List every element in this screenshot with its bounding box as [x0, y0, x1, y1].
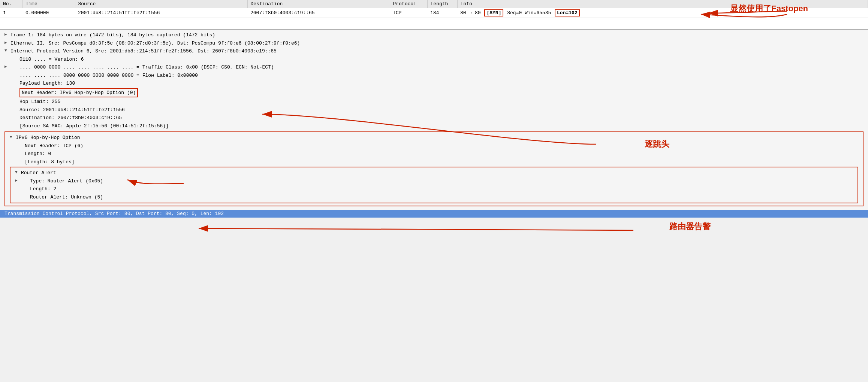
expander-traffic: ▶ [4, 64, 10, 70]
bottom-bar: Transmission Control Protocol, Src Port:… [0, 210, 868, 218]
cell-destination: 2607:f8b0:4003:c19::65 [247, 8, 390, 18]
detail-version-row[interactable]: 0110 .... = Version: 6 [0, 55, 868, 64]
info-mid: Seq=0 Win=65535 [504, 10, 554, 16]
detail-hoplimit-text: Hop Limit: 255 [19, 98, 864, 106]
col-length: Length [427, 0, 457, 8]
detail-routeralert-value-text: Router Alert: Unknown (5) [30, 194, 853, 201]
detail-routeralert-value-row[interactable]: Router Alert: Unknown (5) [10, 193, 858, 201]
expander-routeralert: ▼ [15, 169, 21, 176]
detail-routeralert-row[interactable]: ▼ Router Alert [10, 169, 858, 177]
detail-routeralert-length-row[interactable]: Length: 2 [10, 185, 858, 193]
detail-srcmac-text: [Source SA MAC: Apple_2f:15:56 (00:14:51… [19, 122, 864, 130]
detail-flow-text: .... .... .... 0000 0000 0000 0000 0000 … [19, 72, 864, 79]
router-alert-label: 路由器告警 [669, 221, 711, 232]
detail-frame-row[interactable]: ▶ Frame 1: 184 bytes on wire (1472 bits)… [0, 31, 868, 39]
len-badge: Len=102 [555, 9, 580, 16]
detail-nextheader-row[interactable]: Next Header: IPv6 Hop-by-Hop Option (0) [0, 88, 868, 98]
detail-routeralert-text: Router Alert [21, 169, 853, 177]
detail-flow-row[interactable]: .... .... .... 0000 0000 0000 0000 0000 … [0, 72, 868, 80]
col-protocol: Protocol [390, 0, 427, 8]
detail-srcmac-row[interactable]: [Source SA MAC: Apple_2f:15:56 (00:14:51… [0, 122, 868, 130]
detail-hopbyhop-row[interactable]: ▼ IPv6 Hop-by-Hop Option [5, 134, 863, 142]
cell-no: 1 [0, 8, 22, 18]
col-no: No. [0, 0, 22, 8]
detail-payload-row[interactable]: Payload Length: 130 [0, 79, 868, 88]
info-pre: 80 → 80 [460, 10, 483, 16]
expander-frame: ▶ [4, 31, 10, 38]
expander-routeralert-type: ▶ [15, 178, 21, 184]
detail-version-text: 0110 .... = Version: 6 [19, 56, 864, 63]
detail-dstaddr-row[interactable]: Destination: 2607:f8b0:4003:c19::65 [0, 114, 868, 122]
detail-hopbyhop-text: IPv6 Hop-by-Hop Option [16, 134, 858, 142]
cell-length: 184 [427, 8, 457, 18]
detail-dstaddr-text: Destination: 2607:f8b0:4003:c19::65 [19, 114, 864, 122]
expander-ipv6: ▼ [4, 48, 10, 54]
detail-hopbyhop-length-row[interactable]: Length: 0 [5, 150, 863, 158]
router-alert-container: ▼ Router Alert ▶ Type: Router Alert (0x0… [10, 167, 858, 203]
detail-routeralert-type-row[interactable]: ▶ Type: Router Alert (0x05) [10, 177, 858, 185]
detail-traffic-row[interactable]: ▶ .... 0000 0000 .... .... .... .... ...… [0, 63, 868, 72]
cell-info: 80 → 80 [SYN] Seq=0 Win=65535 Len=102 [457, 8, 868, 18]
table-row[interactable]: 1 0.000000 2001:db8::214:51ff:fe2f:1556 … [0, 8, 868, 18]
cell-protocol: TCP [390, 8, 427, 18]
detail-ethernet-row[interactable]: ▶ Ethernet II, Src: PcsCompu_d0:3f:5c (0… [0, 39, 868, 48]
detail-srcaddr-text: Source: 2001:db8::214:51ff:fe2f:1556 [19, 106, 864, 114]
cell-time: 0.000000 [22, 8, 75, 18]
detail-hopbyhop-lengthbytes-text: [Length: 8 bytes] [25, 158, 858, 166]
detail-pane: ▶ Frame 1: 184 bytes on wire (1472 bits)… [0, 29, 868, 218]
detail-hopbyhop-nexthdr-text: Next Header: TCP (6) [25, 142, 858, 150]
detail-hopbyhop-lengthbytes-row[interactable]: [Length: 8 bytes] [5, 158, 863, 166]
tcp-info: Transmission Control Protocol, Src Port:… [4, 211, 224, 216]
detail-ipv6-text: Internet Protocol Version 6, Src: 2001:d… [10, 48, 864, 55]
col-destination: Destination [247, 0, 390, 8]
packet-list-table: No. Time Source Destination Protocol Len… [0, 0, 868, 18]
detail-ipv6-row[interactable]: ▼ Internet Protocol Version 6, Src: 2001… [0, 47, 868, 55]
detail-routeralert-length-text: Length: 2 [30, 185, 853, 193]
detail-traffic-text: .... 0000 0000 .... .... .... .... .... … [19, 64, 864, 71]
col-time: Time [22, 0, 75, 8]
detail-hopbyhop-length-text: Length: 0 [25, 150, 858, 158]
detail-nextheader-text: Next Header: IPv6 Hop-by-Hop Option (0) [19, 88, 864, 98]
expander-ethernet: ▶ [4, 40, 10, 46]
detail-routeralert-type-text: Type: Router Alert (0x05) [30, 178, 853, 185]
nextheader-box: Next Header: IPv6 Hop-by-Hop Option (0) [19, 88, 138, 98]
detail-srcaddr-row[interactable]: Source: 2001:db8::214:51ff:fe2f:1556 [0, 106, 868, 114]
detail-hopbyhop-nexthdr-row[interactable]: Next Header: TCP (6) [5, 142, 863, 150]
cell-source: 2001:db8::214:51ff:fe2f:1556 [75, 8, 247, 18]
detail-payload-text: Payload Length: 130 [19, 80, 864, 87]
hop-by-hop-container: ▼ IPv6 Hop-by-Hop Option Next Header: TC… [4, 131, 864, 206]
detail-hoplimit-row[interactable]: Hop Limit: 255 [0, 98, 868, 106]
expander-hopbyhop: ▼ [10, 134, 16, 140]
col-source: Source [75, 0, 247, 8]
syn-badge: [SYN] [484, 9, 503, 16]
detail-ethernet-text: Ethernet II, Src: PcsCompu_d0:3f:5c (08:… [10, 40, 864, 47]
col-info: Info [457, 0, 868, 8]
detail-frame-text: Frame 1: 184 bytes on wire (1472 bits), … [10, 31, 864, 39]
